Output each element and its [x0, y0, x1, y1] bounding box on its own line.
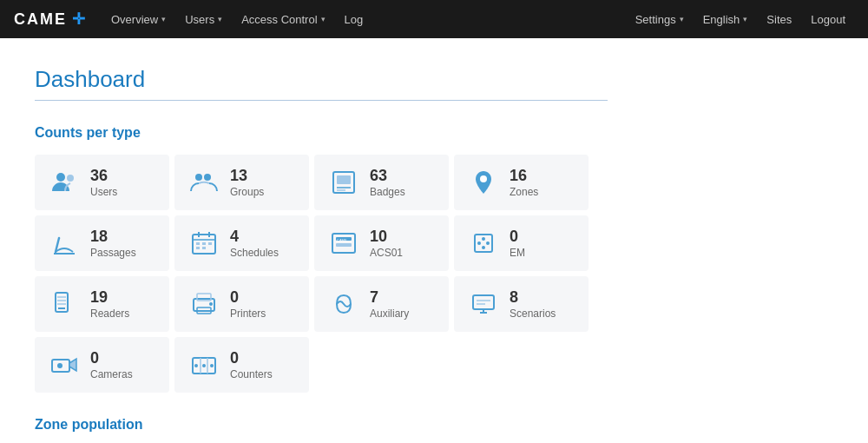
zone-section-title: Zone population [35, 417, 833, 433]
card-label: Scenarios [510, 307, 556, 320]
count-card-em[interactable]: 0EM [454, 215, 589, 271]
svg-text:CAME: CAME [337, 238, 347, 242]
nav-item-sites[interactable]: Sites [758, 0, 800, 38]
svg-point-3 [204, 174, 211, 181]
svg-point-27 [482, 246, 485, 249]
card-count: 19 [90, 288, 129, 307]
counters-icon [188, 349, 220, 380]
card-info: 18Passages [90, 228, 136, 259]
svg-point-25 [477, 241, 481, 245]
card-info: 0Cameras [90, 349, 133, 380]
card-count: 0 [510, 228, 525, 247]
nav-item-settings[interactable]: Settings▾ [627, 0, 693, 38]
card-info: 7Auxiliary [370, 288, 409, 320]
count-card-auxiliary[interactable]: 7Auxiliary [314, 276, 449, 332]
svg-marker-43 [69, 359, 76, 371]
card-label: Passages [90, 247, 136, 259]
brand-name: CAME [14, 10, 67, 29]
count-card-badges[interactable]: 63Badges [314, 155, 449, 210]
passages-icon [49, 228, 80, 259]
groups-icon [188, 167, 220, 198]
card-label: Groups [230, 186, 264, 198]
svg-point-8 [480, 175, 487, 182]
count-card-users[interactable]: 36Users [35, 155, 169, 210]
card-label: Badges [370, 186, 405, 198]
count-card-printers[interactable]: 0Printers [174, 276, 309, 332]
auxiliary-icon [328, 288, 359, 320]
card-count: 10 [370, 228, 403, 247]
acs-icon: CAME [328, 228, 359, 259]
svg-rect-37 [473, 295, 494, 309]
count-card-counters[interactable]: 0Counters [174, 337, 309, 393]
count-card-acs01[interactable]: CAME10ACS01 [314, 215, 449, 271]
card-info: 36Users [90, 167, 117, 198]
card-count: 4 [230, 228, 279, 247]
chevron-down-icon: ▾ [161, 15, 166, 23]
cameras-icon [49, 349, 80, 380]
nav-right: Settings▾English▾SitesLogout [627, 0, 854, 38]
card-count: 0 [230, 349, 273, 368]
nav-item-log[interactable]: Log [336, 0, 372, 38]
page-title: Dashboard [35, 66, 608, 101]
count-card-zones[interactable]: 16Zones [454, 155, 589, 210]
badges-icon [328, 167, 359, 198]
nav-item-overview[interactable]: Overview▾ [102, 0, 174, 38]
nav-item-access-control[interactable]: Access Control▾ [233, 0, 333, 38]
card-info: 0Printers [230, 288, 266, 320]
em-icon [468, 228, 499, 259]
card-info: 8Scenarios [510, 288, 556, 320]
schedules-icon [188, 228, 220, 259]
card-count: 0 [230, 288, 266, 307]
svg-point-26 [486, 241, 490, 245]
card-info: 13Groups [230, 167, 264, 198]
nav-item-logout[interactable]: Logout [802, 0, 854, 38]
svg-point-48 [194, 364, 198, 367]
svg-point-0 [56, 173, 65, 182]
nav-left: Overview▾Users▾Access Control▾Log [102, 0, 627, 38]
card-count: 13 [230, 167, 264, 186]
users-icon [49, 167, 80, 198]
card-count: 16 [510, 167, 538, 186]
card-count: 18 [90, 228, 136, 247]
card-info: 16Zones [510, 167, 538, 198]
card-label: Counters [230, 368, 273, 380]
card-label: Users [90, 186, 117, 198]
svg-point-36 [209, 302, 213, 306]
count-card-scenarios[interactable]: 8Scenarios [454, 276, 589, 332]
card-count: 0 [90, 349, 133, 368]
count-card-cameras[interactable]: 0Cameras [35, 337, 169, 393]
card-count: 8 [510, 288, 556, 307]
card-label: Cameras [90, 368, 133, 380]
count-card-schedules[interactable]: 4Schedules [174, 215, 309, 271]
readers-icon [49, 288, 80, 320]
count-card-groups[interactable]: 13Groups [174, 155, 309, 210]
card-count: 63 [370, 167, 405, 186]
chevron-down-icon: ▾ [680, 15, 684, 23]
navbar: CAME ✛ Overview▾Users▾Access Control▾Log… [0, 0, 868, 38]
zones-icon [468, 167, 499, 198]
chevron-down-icon: ▾ [218, 15, 222, 23]
card-info: 0Counters [230, 349, 273, 380]
count-card-passages[interactable]: 18Passages [35, 215, 169, 271]
svg-point-2 [195, 174, 202, 181]
card-label: ACS01 [370, 247, 403, 259]
chevron-down-icon: ▾ [321, 15, 326, 23]
count-card-readers[interactable]: 19Readers [35, 276, 169, 332]
svg-point-24 [482, 237, 485, 241]
svg-point-50 [210, 364, 214, 367]
svg-rect-14 [196, 242, 200, 245]
nav-item-users[interactable]: Users▾ [176, 0, 231, 38]
chevron-down-icon: ▾ [743, 15, 747, 23]
card-label: Zones [510, 186, 538, 198]
nav-item-english[interactable]: English▾ [694, 0, 757, 38]
svg-rect-18 [202, 247, 206, 249]
card-label: Readers [90, 307, 129, 320]
svg-rect-5 [337, 175, 351, 184]
svg-point-1 [67, 175, 74, 182]
brand-cross: ✛ [72, 10, 85, 29]
svg-rect-16 [208, 242, 212, 245]
brand-logo: CAME ✛ [14, 10, 85, 29]
card-label: EM [510, 247, 525, 259]
main-content: Dashboard Counts per type 36Users13Group… [0, 38, 868, 443]
scenarios-icon [468, 288, 499, 320]
